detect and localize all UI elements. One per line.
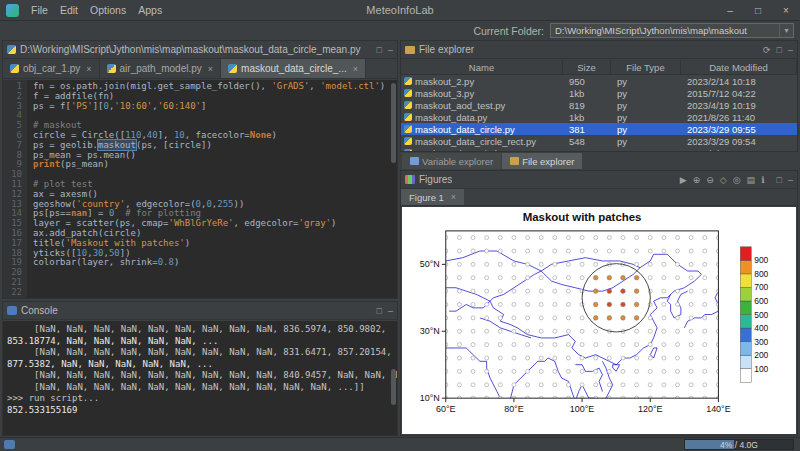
console-line: [NaN, NaN, NaN, NaN, NaN, NaN, NaN, NaN,… — [7, 347, 395, 359]
file-size: 950 — [563, 76, 611, 87]
minimize-icon[interactable]: – — [388, 302, 393, 320]
terminal-icon[interactable] — [4, 440, 15, 449]
file-row[interactable]: maskout_2.py950py2023/2/14 10:18 — [401, 75, 797, 87]
python-file-icon — [404, 89, 412, 97]
float-icon[interactable]: □ — [377, 302, 382, 320]
code-lines[interactable]: fn = os.path.join(migl.get_sample_folder… — [27, 80, 397, 298]
minimize-icon[interactable]: – — [388, 41, 393, 59]
column-header-type[interactable]: File Type — [611, 60, 681, 74]
file-row[interactable]: maskout_data_circle_rect.py548py2023/3/2… — [401, 135, 797, 147]
code-line[interactable]: colorbar(layer, shrink=0.8) — [33, 258, 397, 268]
current-folder-combobox[interactable]: D:\Working\MIScript\Jython\mis\map\masko… — [550, 23, 794, 38]
pan-icon[interactable]: ◇ — [720, 171, 727, 189]
refresh-icon[interactable]: ⟳ — [763, 41, 771, 59]
editor-scrollbar[interactable] — [391, 83, 396, 163]
tab-close-icon[interactable]: × — [208, 64, 213, 74]
full-extent-icon[interactable]: ◎ — [733, 171, 741, 189]
zoom-in-icon[interactable]: ⊕ — [693, 171, 701, 189]
folder-bar: Current Folder: D:\Working\MIScript\Jyth… — [0, 22, 800, 39]
console-title: Console — [21, 305, 58, 316]
console-output[interactable]: [NaN, NaN, NaN, NaN, NaN, NaN, NaN, NaN,… — [3, 321, 397, 435]
maximize-button[interactable]: □ — [744, 0, 772, 21]
title-bar: FileEditOptionsApps MeteoInfoLab – □ × — [0, 0, 800, 21]
console-scrollbar[interactable] — [391, 369, 396, 405]
menu-file[interactable]: File — [25, 0, 54, 21]
python-file-icon — [404, 137, 412, 145]
file-name: maskout_2.py — [415, 76, 474, 87]
code-line[interactable] — [33, 268, 397, 278]
minimize-icon[interactable]: – — [788, 41, 793, 59]
close-button[interactable]: × — [772, 0, 800, 21]
float-icon[interactable]: □ — [777, 171, 782, 189]
folder-icon — [405, 46, 415, 54]
float-icon[interactable]: □ — [377, 41, 382, 59]
column-header-date[interactable]: Date Modified — [681, 60, 797, 74]
file-row[interactable]: maskout_data.py1kbpy2021/8/26 11:40 — [401, 111, 797, 123]
svg-text:600: 600 — [754, 296, 768, 306]
figure-canvas[interactable]: Maskout with patches60°E80°E100°E120°E14… — [402, 207, 796, 434]
python-file-icon — [10, 64, 19, 73]
python-file-icon — [404, 125, 412, 133]
code-line[interactable]: ps = f['PS'][0,'10:60','60:140'] — [33, 102, 397, 112]
layers-icon[interactable]: ▤ — [747, 171, 756, 189]
console-icon — [7, 306, 17, 315]
current-folder-value: D:\Working\MIScript\Jython\mis\map\masko… — [551, 25, 779, 36]
file-row[interactable]: maskout_data_circle.py381py2023/3/29 09:… — [401, 123, 797, 135]
code-line[interactable] — [33, 278, 397, 288]
column-header-size[interactable]: Size — [563, 60, 611, 74]
minimize-icon[interactable]: – — [788, 171, 793, 189]
memory-indicator[interactable]: 4% / 4.0G — [684, 439, 794, 450]
minimize-button[interactable]: – — [716, 0, 744, 21]
file-date: 2021/8/26 11:40 — [681, 112, 797, 123]
file-row[interactable]: maskout_aod_test.py819py2023/4/19 10:19 — [401, 99, 797, 111]
console-panel: Console □ – [NaN, NaN, NaN, NaN, NaN, Na… — [2, 301, 398, 436]
column-header-name[interactable]: Name — [401, 60, 563, 74]
code-line[interactable] — [33, 288, 397, 298]
fe-header-row: NameSizeFile TypeDate Modified — [401, 60, 797, 75]
file-name: maskout_aod_test.py — [415, 100, 505, 111]
file-explorer-header: File explorer ⟳ □ – — [401, 41, 797, 59]
svg-text:140°E: 140°E — [706, 404, 730, 414]
code-editor[interactable]: 1 2 3 4 5 6 7 8 9 10 11 12 13 14 15 16 1… — [3, 80, 397, 298]
editor-file-path: D:\Working\MIScript\Jython\mis\map\masko… — [20, 44, 361, 55]
dock-tab-file-explorer[interactable]: File explorer — [502, 153, 582, 169]
tab-close-icon[interactable]: × — [86, 64, 91, 74]
dock-tab-variable-explorer[interactable]: Variable explorer — [402, 153, 501, 169]
svg-text:100°E: 100°E — [570, 404, 594, 414]
svg-text:500: 500 — [754, 310, 768, 320]
figure-tab-label: Figure 1 — [409, 192, 444, 203]
file-type: py — [611, 88, 681, 99]
menu-options[interactable]: Options — [84, 0, 132, 21]
svg-text:900: 900 — [754, 255, 768, 265]
python-file-icon — [404, 77, 412, 85]
code-line[interactable] — [33, 111, 397, 121]
python-file-icon — [404, 149, 412, 151]
svg-text:10°N: 10°N — [420, 393, 440, 403]
python-file-icon — [107, 64, 116, 73]
python-file-icon — [404, 113, 412, 121]
file-size: 548 — [563, 136, 611, 147]
editor-tab[interactable]: obj_car_1.py× — [3, 59, 100, 78]
identify-icon[interactable]: ℹ — [761, 171, 764, 189]
menu-edit[interactable]: Edit — [54, 0, 84, 21]
chevron-down-icon[interactable]: ▾ — [779, 24, 793, 37]
file-row[interactable]: maskout_3.py1kbpy2015/7/12 04:22 — [401, 87, 797, 99]
file-name: maskout_3.py — [415, 88, 474, 99]
code-line[interactable]: print(ps_mean) — [33, 160, 397, 170]
editor-tab-label: maskout_data_circle_... — [241, 63, 347, 74]
chart-icon — [405, 175, 415, 184]
float-icon[interactable]: □ — [777, 41, 782, 59]
file-type: py — [611, 148, 681, 152]
figure-tab[interactable]: Figure 1 × — [401, 189, 464, 205]
tab-close-icon[interactable]: × — [353, 64, 358, 74]
select-arrow-icon[interactable]: ▶ — [680, 171, 687, 189]
svg-text:400: 400 — [754, 323, 768, 333]
svg-text:60°E: 60°E — [436, 404, 456, 414]
zoom-out-icon[interactable]: ⊖ — [706, 171, 714, 189]
editor-tab[interactable]: air_path_model.py× — [100, 59, 222, 78]
menu-apps[interactable]: Apps — [132, 0, 168, 21]
editor-tab[interactable]: maskout_data_circle_...× — [221, 59, 366, 78]
fe-rows: maskout_2.py950py2023/2/14 10:18maskout_… — [401, 75, 797, 151]
tab-close-icon[interactable]: × — [451, 192, 456, 202]
file-row[interactable]: maskout_data_circle_mean.py402py2021/8/1… — [401, 147, 797, 151]
